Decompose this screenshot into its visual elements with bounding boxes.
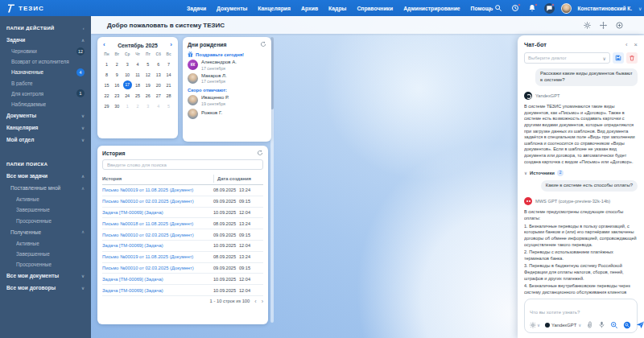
menu-item-references[interactable]: Справочники (357, 6, 393, 11)
page-prev-icon[interactable]: ‹ (254, 299, 256, 304)
calendar-day-next-month[interactable]: 4 (153, 101, 163, 111)
calendar-day-next-month[interactable]: 2 (133, 101, 143, 111)
calendar-day[interactable]: 29 (101, 101, 112, 111)
history-link[interactable]: Письмо №00019 от 11.08.2025 (Документ) (102, 254, 213, 259)
calendar-day[interactable]: 24 (122, 91, 133, 101)
save-dialog-button[interactable] (613, 52, 624, 64)
calendar-day[interactable]: 18 (133, 80, 143, 90)
send-icon[interactable] (636, 320, 644, 329)
sidebar-group-all-my-documents[interactable]: Все мои документы ∨ (0, 270, 91, 282)
calendar-day[interactable]: 9 (112, 70, 122, 80)
add-widget-icon[interactable] (616, 22, 623, 29)
calendar-day[interactable]: 19 (142, 80, 153, 90)
calendar-day[interactable]: 7 (163, 60, 174, 69)
calendar-day[interactable]: 14 (163, 70, 174, 80)
calendar-day[interactable]: 6 (153, 60, 163, 69)
calendar-day[interactable]: 15 (101, 80, 112, 90)
column-header-title[interactable]: История (102, 176, 213, 181)
sidebar-group-all-my-contracts[interactable]: Все мои договоры ∨ (0, 282, 91, 294)
history-link[interactable]: Письмо №00018 от 11.08.2025 (Документ) (102, 221, 213, 226)
bell-icon[interactable] (527, 3, 538, 14)
chat-settings-icon[interactable]: ∨ (530, 322, 540, 328)
sidebar-item-received-active[interactable]: Активные (0, 238, 91, 249)
chevron-down-icon[interactable]: ∨ (638, 6, 642, 11)
calendar-next-icon[interactable]: › (170, 42, 172, 48)
history-link[interactable]: Задача [ТМ-00069] (Задача) (102, 277, 213, 282)
collapse-sidebar-icon[interactable]: ‹ (83, 26, 85, 31)
menu-item-administration[interactable]: Администрирование (403, 6, 460, 11)
delete-dialog-button[interactable] (626, 52, 638, 64)
birthday-person[interactable]: КК Александров А. 17 сентября (188, 60, 266, 71)
calendar-day-selected[interactable]: 17 (123, 80, 132, 89)
attach-file-icon[interactable] (586, 321, 593, 328)
calendar-day[interactable]: 27 (153, 91, 163, 101)
history-link[interactable]: Письмо №00010 от 02.03.2025 (Документ) (102, 233, 213, 237)
move-widgets-icon[interactable] (600, 22, 607, 29)
menu-item-documents[interactable]: Документы (217, 6, 247, 11)
column-header-date[interactable]: Дата создания (213, 175, 263, 183)
history-link[interactable]: Задача [ТМ-00069] (Задача) (102, 288, 213, 293)
calendar-day-next-month[interactable]: 1 (122, 101, 133, 111)
calendar-day[interactable]: 4 (133, 60, 143, 69)
birthday-person[interactable]: Макаров Л. 17 сентября (188, 73, 266, 84)
reminders-icon[interactable] (510, 3, 521, 14)
birthday-person[interactable]: Рожков Г. (188, 109, 266, 119)
menu-item-tasks[interactable]: Задачи (187, 6, 206, 11)
menu-item-hr[interactable]: Кадры (328, 6, 346, 11)
sidebar-item-for-control[interactable]: Для контроля 1 (0, 89, 91, 99)
sidebar-item-received-completed[interactable]: Завершенные (0, 249, 91, 259)
app-logo[interactable]: ТЕЗИС (0, 4, 91, 13)
user-avatar[interactable] (561, 3, 572, 14)
calendar-day[interactable]: 8 (101, 70, 112, 80)
calendar-day[interactable]: 16 (112, 80, 122, 90)
chatbot-icon[interactable] (544, 3, 555, 14)
dashboard-settings-icon[interactable] (584, 22, 591, 29)
menu-item-help[interactable]: Помощь (471, 6, 493, 11)
menu-item-chancery[interactable]: Канцелярия (258, 6, 291, 11)
menu-item-archive[interactable]: Архив (301, 6, 318, 11)
calendar-day[interactable]: 25 (133, 91, 143, 101)
voice-input-icon[interactable] (598, 321, 605, 328)
web-search-icon[interactable] (623, 321, 631, 329)
sidebar-item-returned[interactable]: Возврат от исполнителя (0, 56, 91, 67)
calendar-day[interactable]: 5 (142, 60, 153, 69)
sidebar-item-assigned[interactable]: Назначенные 4 (0, 67, 91, 77)
refresh-icon[interactable] (260, 41, 266, 47)
model-selector[interactable]: YandexGPT ∨ (545, 323, 581, 328)
calendar-day[interactable]: 2 (112, 60, 122, 69)
close-icon[interactable]: × (634, 41, 638, 48)
calendar-day[interactable]: 21 (163, 80, 174, 90)
birthday-person[interactable]: Иващенко Р. 19 сентября (188, 95, 266, 106)
calendar-day[interactable]: 11 (133, 70, 143, 80)
sidebar-item-assigned-active[interactable]: Активные (0, 194, 91, 204)
user-name[interactable]: Константиновский К. (578, 6, 633, 11)
sidebar-group-my-department[interactable]: Мой отдел ∨ (0, 134, 91, 146)
sidebar-item-assigned-overdue[interactable]: Просроченные (0, 216, 91, 226)
sidebar-item-in-progress[interactable]: В работе (0, 78, 91, 89)
sidebar-item-observed[interactable]: Наблюдаемые (0, 99, 91, 109)
history-link[interactable]: Задача [ТМ-00069] (Задача) (102, 210, 213, 215)
history-link[interactable]: Письмо №00010 от 02.03.2025 (Документ) (102, 266, 213, 270)
calendar-day[interactable]: 26 (142, 91, 153, 101)
calendar-day[interactable]: 3 (122, 60, 133, 69)
search-icon[interactable] (493, 3, 504, 14)
sidebar-group-documents[interactable]: Документы ∨ (0, 109, 91, 122)
sidebar-group-all-my-tasks[interactable]: Все мои задачи ∧ (0, 170, 91, 182)
collapse-panel-icon[interactable]: ‹ (625, 41, 628, 48)
calendar-day[interactable]: 23 (112, 91, 122, 101)
history-link[interactable]: Задача [ТМ-00069] (Задача) (102, 243, 213, 248)
history-link[interactable]: Письмо №00019 от 11.08.2025 (Документ) (102, 188, 213, 192)
calendar-day-next-month[interactable]: 3 (142, 101, 153, 111)
calendar-day[interactable]: 30 (112, 101, 122, 111)
sidebar-item-drafts[interactable]: Черновики 12 (0, 46, 91, 56)
refresh-icon[interactable] (257, 150, 263, 156)
sidebar-group-chancery[interactable]: Канцелярия ∨ (0, 122, 91, 134)
sidebar-item-assigned-completed[interactable]: Завершенные (0, 204, 91, 215)
sidebar-group-tasks[interactable]: Задачи ∧ (0, 34, 91, 46)
calendar-day[interactable]: 22 (101, 91, 112, 101)
history-link[interactable]: Письмо №00010 от 02.03.2025 (Документ) (102, 199, 213, 204)
calendar-day[interactable]: 28 (163, 91, 174, 101)
history-search-input[interactable] (102, 159, 263, 170)
chat-message-input[interactable] (530, 310, 632, 315)
sources-toggle-collapsed[interactable]: ∨ Источники 2 (524, 170, 638, 176)
